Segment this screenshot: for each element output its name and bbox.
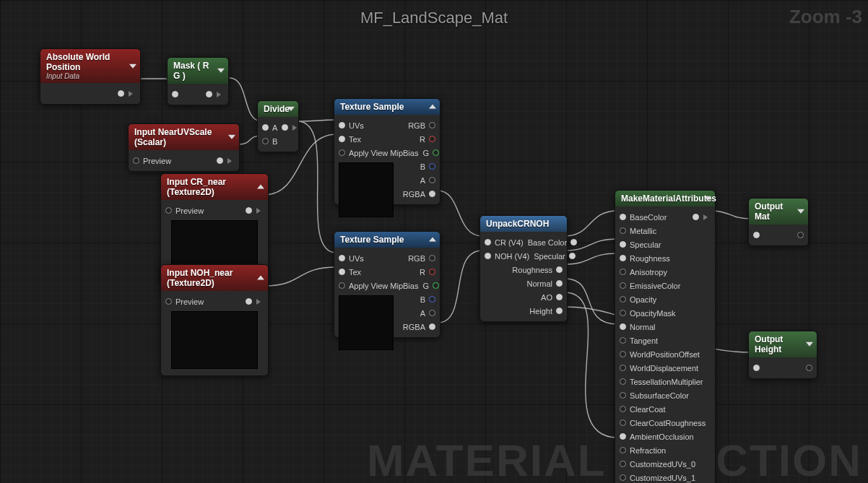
rgba-pin[interactable]: RGBA bbox=[403, 190, 435, 199]
node-header[interactable]: Texture Sample bbox=[334, 232, 440, 248]
chevron-down-icon[interactable] bbox=[797, 209, 804, 217]
node-make-material-attributes[interactable]: MakeMaterialAttributes BaseColorMetallic… bbox=[615, 190, 716, 483]
rgb-pin[interactable]: RGB bbox=[408, 121, 435, 130]
node-divide[interactable]: Divide A B bbox=[257, 100, 299, 152]
a-pin[interactable]: A bbox=[420, 176, 435, 185]
ao-out[interactable]: AO bbox=[541, 293, 563, 302]
mma-pin-refraction[interactable]: Refraction bbox=[620, 446, 666, 455]
mma-pin-customizeduvs_1[interactable]: CustomizedUVs_1 bbox=[620, 474, 695, 482]
mma-pin-tessellationmultiplier[interactable]: TessellationMultiplier bbox=[620, 378, 703, 386]
preview-pin[interactable]: Preview bbox=[133, 157, 171, 165]
node-absolute-world-position[interactable]: Absolute World Position Input Data bbox=[40, 48, 141, 105]
mma-pin-subsurfacecolor[interactable]: SubsurfaceColor bbox=[620, 391, 689, 400]
g-pin[interactable]: G bbox=[422, 149, 439, 157]
node-input-nearuvscale[interactable]: Input NearUVScale (Scalar) Preview bbox=[128, 123, 240, 172]
chevron-up-icon[interactable] bbox=[429, 237, 436, 241]
node-header[interactable]: Output Height bbox=[749, 331, 817, 357]
cr-pin[interactable]: CR (V4) bbox=[485, 238, 524, 247]
node-mask-rg[interactable]: Mask ( R G ) bbox=[167, 57, 229, 105]
rgba-pin[interactable]: RGBA bbox=[403, 323, 435, 331]
node-output-mat[interactable]: Output Mat bbox=[748, 198, 809, 246]
output-pin[interactable] bbox=[246, 298, 264, 305]
r-pin[interactable]: R bbox=[420, 135, 435, 144]
input-pin[interactable] bbox=[172, 91, 178, 97]
input-a-pin[interactable]: A bbox=[262, 123, 277, 132]
node-header[interactable]: Divide bbox=[258, 101, 298, 117]
node-header[interactable]: MakeMaterialAttributes bbox=[615, 191, 715, 206]
noh-pin[interactable]: NOH (V4) bbox=[485, 252, 529, 261]
chevron-down-icon[interactable] bbox=[129, 64, 136, 71]
roughness-out[interactable]: Roughness bbox=[512, 266, 563, 274]
mip-pin[interactable]: Apply View MipBias bbox=[339, 282, 418, 290]
mma-pin-basecolor[interactable]: BaseColor bbox=[620, 213, 667, 222]
chevron-down-icon[interactable] bbox=[704, 196, 711, 204]
output-pin[interactable] bbox=[118, 90, 136, 97]
mma-pin-roughness[interactable]: Roughness bbox=[620, 254, 670, 263]
tex-pin[interactable]: Tex bbox=[339, 268, 361, 277]
graph-canvas[interactable]: MF_LandScape_Mat Zoom -3 MATERIAL FUNCTI… bbox=[0, 0, 868, 483]
uvs-pin[interactable]: UVs bbox=[339, 121, 364, 130]
mma-pin-worlddisplacement[interactable]: WorldDisplacement bbox=[620, 364, 698, 373]
output-pin[interactable] bbox=[206, 91, 224, 97]
output-pin[interactable] bbox=[217, 157, 235, 164]
rgb-pin[interactable]: RGB bbox=[408, 254, 435, 263]
output-pin[interactable] bbox=[282, 124, 300, 131]
node-header[interactable]: Absolute World Position Input Data bbox=[40, 49, 140, 83]
node-unpack-crnoh[interactable]: UnpackCRNOH CR (V4) Base Color NOH (V4) … bbox=[479, 215, 568, 322]
node-output-height[interactable]: Output Height bbox=[748, 331, 817, 379]
mma-pin-clearcoat[interactable]: ClearCoat bbox=[620, 405, 666, 414]
a-pin[interactable]: A bbox=[420, 309, 435, 318]
chevron-up-icon[interactable] bbox=[257, 184, 264, 188]
node-header[interactable]: Mask ( R G ) bbox=[168, 58, 228, 84]
input-pin[interactable] bbox=[753, 365, 760, 371]
basecolor-out[interactable]: Base Color bbox=[528, 238, 577, 247]
r-pin[interactable]: R bbox=[420, 268, 435, 277]
uvs-pin[interactable]: UVs bbox=[339, 254, 364, 263]
output-pin[interactable] bbox=[246, 207, 264, 214]
normal-out[interactable]: Normal bbox=[527, 279, 563, 288]
node-texture-sample-2[interactable]: Texture Sample UVs RGB Tex R Apply View … bbox=[334, 231, 440, 338]
mma-pin-customizeduvs_0[interactable]: CustomizedUVs_0 bbox=[620, 460, 695, 469]
chevron-up-icon[interactable] bbox=[257, 275, 264, 279]
node-texture-sample-1[interactable]: Texture Sample UVs RGB Tex R Apply View … bbox=[334, 98, 440, 205]
chevron-down-icon[interactable] bbox=[287, 107, 295, 115]
b-pin[interactable]: B bbox=[420, 162, 435, 171]
output-pin[interactable] bbox=[797, 232, 804, 238]
node-header[interactable]: Output Mat bbox=[749, 199, 808, 225]
mma-pin-normal[interactable]: Normal bbox=[620, 323, 655, 331]
output-pin[interactable] bbox=[806, 365, 812, 371]
node-header[interactable]: Input CR_near (Texture2D) bbox=[161, 174, 268, 200]
node-title: Input NOH_near (Texture2D) bbox=[167, 268, 233, 288]
mma-pin-opacitymask[interactable]: OpacityMask bbox=[620, 309, 676, 318]
preview-pin[interactable]: Preview bbox=[165, 206, 204, 215]
height-out[interactable]: Height bbox=[529, 307, 563, 316]
chevron-down-icon[interactable] bbox=[806, 342, 813, 350]
tex-pin[interactable]: Tex bbox=[339, 135, 361, 144]
chevron-down-icon[interactable] bbox=[217, 69, 225, 77]
mip-pin[interactable]: Apply View MipBias bbox=[339, 149, 418, 157]
chevron-down-icon[interactable] bbox=[228, 135, 235, 143]
mma-pin-tangent[interactable]: Tangent bbox=[620, 336, 658, 345]
node-input-noh-near[interactable]: Input NOH_near (Texture2D) Preview bbox=[160, 264, 269, 376]
mma-pin-anisotropy[interactable]: Anisotropy bbox=[620, 268, 667, 277]
node-header[interactable]: UnpackCRNOH bbox=[480, 216, 567, 232]
mma-pin-opacity[interactable]: Opacity bbox=[620, 295, 656, 304]
mma-pin-metallic[interactable]: Metallic bbox=[620, 227, 656, 235]
mma-pin-emissivecolor[interactable]: EmissiveColor bbox=[620, 282, 680, 290]
node-header[interactable]: Input NOH_near (Texture2D) bbox=[161, 265, 268, 291]
mma-pin-clearcoatroughness[interactable]: ClearCoatRoughness bbox=[620, 419, 706, 427]
chevron-up-icon[interactable] bbox=[429, 104, 436, 108]
specular-out[interactable]: Specular bbox=[534, 252, 575, 261]
mma-pin-specular[interactable]: Specular bbox=[620, 240, 661, 249]
input-b-pin[interactable]: B bbox=[262, 137, 277, 146]
mma-output-pin[interactable] bbox=[693, 214, 711, 220]
node-header[interactable]: Input NearUVScale (Scalar) bbox=[129, 124, 239, 150]
node-title: MakeMaterialAttributes bbox=[621, 193, 716, 204]
mma-pin-worldpositionoffset[interactable]: WorldPositionOffset bbox=[620, 350, 700, 359]
preview-pin[interactable]: Preview bbox=[165, 297, 204, 306]
b-pin[interactable]: B bbox=[420, 295, 435, 304]
mma-pin-ambientocclusion[interactable]: AmbientOcclusion bbox=[620, 432, 694, 441]
g-pin[interactable]: G bbox=[422, 282, 439, 290]
input-pin[interactable] bbox=[753, 232, 760, 238]
node-header[interactable]: Texture Sample bbox=[334, 99, 440, 115]
